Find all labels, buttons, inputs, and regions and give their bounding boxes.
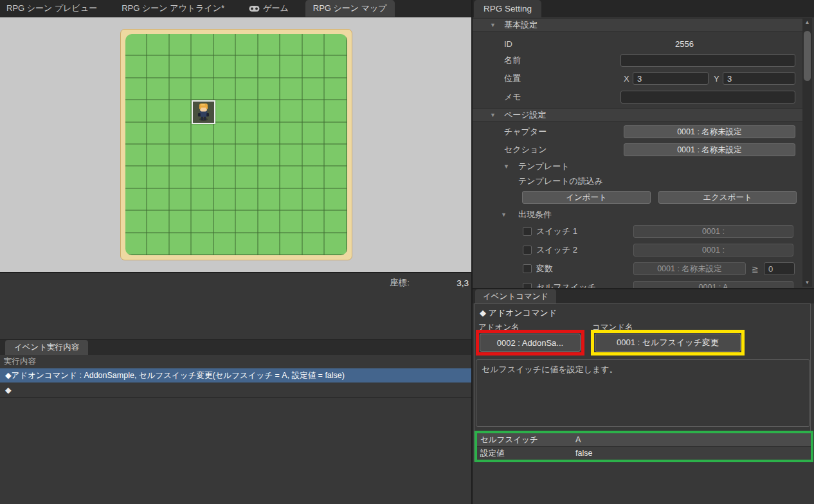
param-name: 設定値 xyxy=(480,449,505,458)
highlight-red-box: 0002 : AddonSa... xyxy=(476,330,584,356)
template-load-label: テンプレートの読込み xyxy=(518,176,603,187)
selfswitch-checkbox[interactable] xyxy=(523,283,532,288)
switch1-checkbox[interactable] xyxy=(523,227,532,236)
variable-number-field[interactable] xyxy=(764,262,795,275)
import-button[interactable]: インポート xyxy=(522,191,651,204)
row-switch1: スイッチ 1 0001 : xyxy=(473,225,802,238)
section-select-button[interactable]: 0001 : 名称未設定 xyxy=(624,143,795,156)
y-label: Y xyxy=(714,74,719,84)
conditions-title: 出現条件 xyxy=(518,209,552,221)
highlight-green-box: セルフスイッチ A 設定値 false xyxy=(475,431,813,462)
gte-operator: ≧ xyxy=(752,264,759,274)
foldout-triangle-icon[interactable]: ▼ xyxy=(503,163,509,170)
param-row-setvalue[interactable]: 設定値 false xyxy=(477,447,811,460)
addon-command-header: ◆ アドオンコマンド xyxy=(480,307,557,319)
event-command-row-empty[interactable]: ◆ xyxy=(0,382,471,398)
map-status-bar: 座標: 3,3 xyxy=(0,272,471,339)
x-label: X xyxy=(624,74,629,84)
event-command-row-selected[interactable]: ◆アドオンコマンド : AddonSample, セルフスイッチ変更(セルフスイ… xyxy=(0,368,471,382)
y-field[interactable] xyxy=(723,72,795,85)
tab-rpg-scene-outline[interactable]: RPG シーン アウトライン* xyxy=(114,0,232,17)
tab-rpg-setting[interactable]: RPG Setting xyxy=(474,0,541,17)
event-command-tabstrip: イベントコマンド xyxy=(473,289,814,303)
tab-event-execution[interactable]: イベント実行内容 xyxy=(5,340,88,355)
map-border xyxy=(120,29,352,260)
x-field[interactable] xyxy=(633,72,709,85)
section-page-settings[interactable]: ▼ ページ設定 xyxy=(473,108,802,122)
row-conditions-foldout: ▼ 出現条件 xyxy=(473,208,802,221)
template-foldout-title: テンプレート xyxy=(518,161,570,172)
tab-event-command[interactable]: イベントコマンド xyxy=(475,289,556,303)
switch2-checkbox[interactable] xyxy=(523,246,532,255)
event-execution-tabstrip: イベント実行内容 xyxy=(0,340,471,355)
row-switch2: スイッチ 2 0001 : xyxy=(473,244,802,256)
chapter-select-button[interactable]: 0001 : 名称未設定 xyxy=(624,125,795,138)
selfswitch-label: セルフスイッチ xyxy=(536,282,596,288)
row-section: セクション 0001 : 名称未設定 xyxy=(473,143,802,156)
row-memo: メモ xyxy=(473,91,802,104)
highlight-yellow-box: 0001 : セルフスイッチ変更 xyxy=(591,330,745,356)
map-grid[interactable] xyxy=(125,34,347,255)
scroll-up-icon[interactable]: ▲ xyxy=(802,18,812,26)
execution-list-header: 実行内容 xyxy=(0,355,471,368)
switch2-select-button[interactable]: 0001 : xyxy=(633,244,793,256)
variable-checkbox[interactable] xyxy=(523,264,532,273)
section-basic-title: 基本設定 xyxy=(504,19,538,31)
coordinate-label: 座標: xyxy=(390,277,410,289)
event-character-tile[interactable] xyxy=(192,100,215,124)
id-value: 2556 xyxy=(675,39,694,49)
gamepad-icon xyxy=(249,5,260,12)
chapter-label: チャプター xyxy=(504,126,547,138)
position-label: 位置 xyxy=(504,73,521,84)
variable-label: 変数 xyxy=(536,263,553,274)
row-template-load: テンプレートの読込み xyxy=(473,176,802,187)
selfswitch-select-button[interactable]: 0001 : A xyxy=(633,281,793,288)
row-name: 名前 xyxy=(473,54,802,67)
command-description-box: セルフスイッチに値を設定します。 xyxy=(476,359,810,427)
rpg-setting-tabstrip: RPG Setting xyxy=(473,0,814,17)
tab-game-label: ゲーム xyxy=(263,3,289,14)
switch1-select-button[interactable]: 0001 : xyxy=(633,225,793,238)
param-value: A xyxy=(575,433,581,446)
event-execution-panel: イベント実行内容 実行内容 ◆アドオンコマンド : AddonSample, セ… xyxy=(0,339,471,504)
switch2-label: スイッチ 2 xyxy=(536,244,577,256)
section-basic-settings[interactable]: ▼ 基本設定 xyxy=(473,18,802,32)
row-template-foldout: ▼ テンプレート xyxy=(473,161,802,172)
switch1-label: スイッチ 1 xyxy=(536,226,577,237)
id-label: ID xyxy=(504,39,512,49)
row-id: ID 2556 xyxy=(473,37,802,50)
tab-game[interactable]: ゲーム xyxy=(241,0,296,17)
command-name-select-button[interactable]: 0001 : セルフスイッチ変更 xyxy=(595,334,741,352)
settings-scrollbar[interactable]: ▲ ▼ xyxy=(802,18,812,287)
event-command-panel: イベントコマンド ◆ アドオンコマンド アドオン名 コマンド名 0002 : A… xyxy=(473,289,814,504)
param-value: false xyxy=(575,447,592,460)
tab-rpg-scene-preview[interactable]: RPG シーン プレビュー xyxy=(0,0,105,17)
foldout-triangle-icon[interactable]: ▼ xyxy=(490,22,496,28)
rpg-setting-scroll-area: ▼ 基本設定 ID 2556 名前 位置 X Y メモ xyxy=(473,17,814,288)
param-row-selfswitch[interactable]: セルフスイッチ A xyxy=(477,433,811,447)
app-window: RPG シーン プレビュー RPG シーン アウトライン* ゲーム RPG シー… xyxy=(0,0,814,504)
export-button[interactable]: エクスポート xyxy=(658,191,797,204)
section-label: セクション xyxy=(504,144,547,156)
name-field[interactable] xyxy=(620,54,795,67)
scene-tab-bar: RPG シーン プレビュー RPG シーン アウトライン* ゲーム RPG シー… xyxy=(0,0,471,17)
addon-name-select-button[interactable]: 0002 : AddonSa... xyxy=(480,334,581,352)
row-variable: 変数 0001 : 名称未設定 ≧ xyxy=(473,262,802,275)
variable-select-button[interactable]: 0001 : 名称未設定 xyxy=(633,262,746,275)
foldout-triangle-icon[interactable]: ▼ xyxy=(490,112,496,118)
row-import-export: インポート エクスポート xyxy=(473,191,802,204)
foldout-triangle-icon[interactable]: ▼ xyxy=(501,212,507,218)
tab-rpg-scene-map[interactable]: RPG シーン マップ xyxy=(305,0,395,17)
memo-label: メモ xyxy=(504,91,521,103)
name-label: 名前 xyxy=(504,55,521,66)
map-viewport[interactable] xyxy=(0,17,471,272)
row-chapter: チャプター 0001 : 名称未設定 xyxy=(473,125,802,138)
section-page-title: ページ設定 xyxy=(504,109,547,121)
scroll-down-icon[interactable]: ▼ xyxy=(802,278,812,287)
memo-field[interactable] xyxy=(620,91,795,104)
row-selfswitch: セルフスイッチ 0001 : A xyxy=(473,281,802,288)
rpg-setting-panel: RPG Setting ▼ 基本設定 ID 2556 名前 位置 X Y xyxy=(471,0,814,504)
addon-command-box: ◆ アドオンコマンド アドオン名 コマンド名 0002 : AddonSa...… xyxy=(474,303,811,462)
scrollbar-thumb[interactable] xyxy=(804,31,811,81)
character-sprite xyxy=(193,102,214,123)
